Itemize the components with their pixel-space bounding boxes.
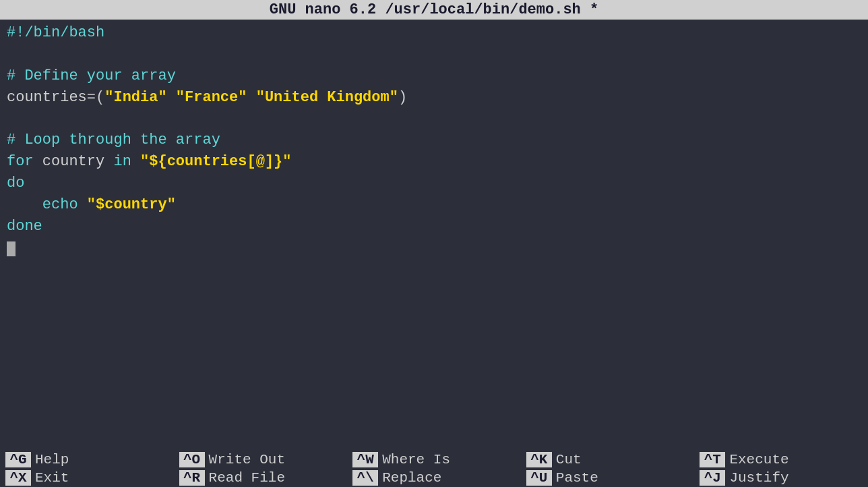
shortcut-label-paste: Paste: [556, 470, 598, 486]
line-comment-1: # Define your array: [7, 65, 861, 87]
shortcut-label-writeout: Write Out: [209, 452, 285, 467]
shortcut-readfile[interactable]: ^R Read File: [174, 469, 348, 487]
shortcut-col-4: ^K Cut ^U Paste: [521, 451, 695, 487]
shortcut-whereis[interactable]: ^W Where Is: [347, 451, 521, 469]
shortcut-writeout[interactable]: ^O Write Out: [174, 451, 348, 469]
shortcut-key-replace: ^\: [352, 470, 378, 486]
shortcut-label-cut: Cut: [556, 452, 582, 467]
shortcut-col-5: ^T Execute ^J Justify: [694, 451, 868, 487]
line-blank-1: [7, 44, 861, 65]
shortcut-key-paste: ^U: [526, 470, 552, 486]
shortcut-key-help: ^G: [5, 452, 31, 467]
shortcut-label-help: Help: [35, 452, 69, 467]
cursor: [7, 241, 16, 256]
line-cursor: [7, 237, 861, 259]
line-shebang: #!/bin/bash: [7, 22, 861, 44]
status-bar: [0, 444, 868, 451]
shortcut-exit[interactable]: ^X Exit: [0, 469, 174, 487]
shortcut-key-exit: ^X: [5, 470, 31, 486]
shortcut-help[interactable]: ^G Help: [0, 451, 174, 469]
shortcut-label-readfile: Read File: [209, 470, 285, 486]
shortcut-replace[interactable]: ^\ Replace: [347, 469, 521, 487]
line-blank-2: [7, 109, 861, 130]
shortcut-execute[interactable]: ^T Execute: [694, 451, 868, 469]
line-done: done: [7, 216, 861, 237]
bottom-bar: ^G Help ^X Exit ^O Write Out ^R Read Fil…: [0, 451, 868, 487]
shortcut-key-readfile: ^R: [179, 470, 205, 486]
shortcut-paste[interactable]: ^U Paste: [521, 469, 695, 487]
line-assign: countries=("India" "France" "United King…: [7, 87, 861, 109]
shortcut-cut[interactable]: ^K Cut: [521, 451, 695, 469]
shortcut-key-cut: ^K: [526, 452, 552, 467]
shortcut-key-writeout: ^O: [179, 452, 205, 467]
shortcut-label-whereis: Where Is: [382, 452, 450, 467]
shortcut-label-replace: Replace: [382, 470, 441, 486]
title-text: GNU nano 6.2 /usr/local/bin/demo.sh *: [270, 1, 598, 18]
shortcut-key-whereis: ^W: [352, 452, 378, 467]
shortcut-col-2: ^O Write Out ^R Read File: [174, 451, 348, 487]
shortcut-label-exit: Exit: [35, 470, 69, 486]
shortcut-label-justify: Justify: [729, 470, 788, 486]
shortcut-col-1: ^G Help ^X Exit: [0, 451, 174, 487]
line-echo: echo "$country": [7, 194, 861, 216]
shortcut-label-execute: Execute: [729, 452, 788, 467]
shortcut-key-justify: ^J: [700, 470, 725, 486]
title-bar: GNU nano 6.2 /usr/local/bin/demo.sh *: [0, 0, 868, 20]
line-do: do: [7, 173, 861, 194]
editor-area[interactable]: #!/bin/bash # Define your array countrie…: [0, 20, 868, 444]
shortcut-justify[interactable]: ^J Justify: [694, 469, 868, 487]
shortcut-key-execute: ^T: [700, 452, 725, 467]
line-for: for country in "${countries[@]}": [7, 151, 861, 173]
line-comment-2: # Loop through the array: [7, 130, 861, 151]
shortcut-col-3: ^W Where Is ^\ Replace: [347, 451, 521, 487]
